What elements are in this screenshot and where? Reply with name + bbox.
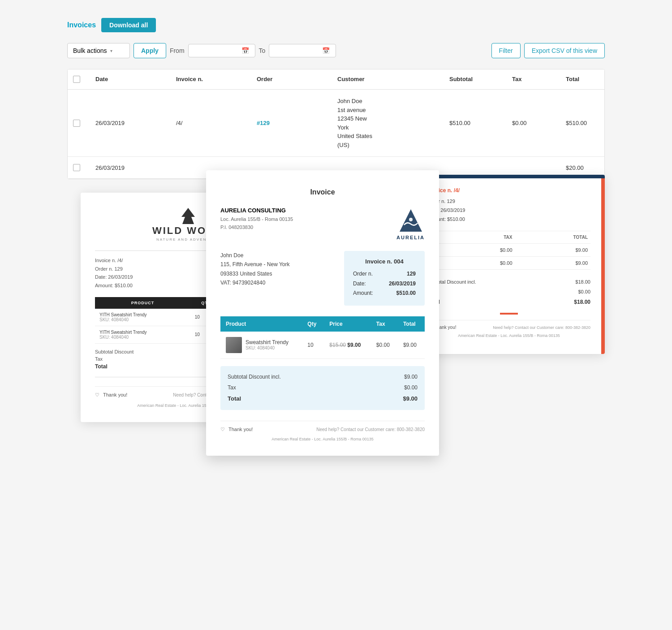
row1-invoice-n: /4/ xyxy=(171,97,251,149)
date-val: 26/03/2019 xyxy=(389,279,416,289)
right-bottom-address: American Real Estate - Loc. Aurelia 155/… xyxy=(427,333,590,345)
aurelia-col-product: Product xyxy=(220,316,302,332)
aurelia-logo: AURELIA xyxy=(396,207,425,240)
aurelia-need-help: Need help? Contact our Customer care: 80… xyxy=(316,427,425,432)
aurelia-company: AURELIA CONSULTING Loc. Aurelia 155/B - … xyxy=(220,207,293,231)
aurelia-col-price: Price xyxy=(324,316,371,332)
from-label: From xyxy=(170,47,185,54)
ww-sku2: SKU: 4084040 xyxy=(99,335,129,340)
col-total: Total xyxy=(560,76,605,83)
right-order-n: Order n. 129 xyxy=(427,197,590,206)
right-nav-bar xyxy=(417,175,605,178)
to-label: To xyxy=(259,47,266,54)
aurelia-thank-you: Thank you! xyxy=(228,427,253,432)
customer-country-code: (US) xyxy=(337,141,349,150)
invoice-card-right: Invoice n. /4/ Order n. 129 Date: 26/03/… xyxy=(417,175,605,354)
col-checkbox xyxy=(68,76,90,83)
aurelia-logo-svg xyxy=(397,207,424,234)
aurelia-product-info: Sweatshirt Trendy SKU: 4084040 xyxy=(226,337,297,353)
heart-icon-aurelia: ♡ xyxy=(220,427,225,432)
right-row1-total: $9.00 xyxy=(515,244,591,257)
row1-subtotal: $510.00 xyxy=(444,97,507,149)
row1-checkbox[interactable] xyxy=(68,97,90,149)
header-checkbox[interactable] xyxy=(73,76,80,83)
aurelia-price-new: $9.00 xyxy=(347,342,361,348)
download-all-button[interactable]: Download all xyxy=(101,18,156,32)
col-customer: Customer xyxy=(332,76,444,83)
right-row2-total: $9.00 xyxy=(515,257,591,270)
aurelia-address: Loc. Aurelia 155/B - Roma 00135 xyxy=(220,216,293,224)
aurelia-bottom-address: American Real Estate - Loc. Aurelia 155/… xyxy=(220,437,425,441)
right-col-tax: TAX xyxy=(448,231,515,244)
ww-product-name2: YITH Sweatshirt Trendy SKU: 4084040 xyxy=(95,326,190,343)
aurelia-company-name: AURELIA CONSULTING xyxy=(220,207,293,214)
apply-button[interactable]: Apply xyxy=(134,43,166,58)
right-date: Date: 26/03/2019 xyxy=(427,206,590,215)
aurelia-col-total: Total xyxy=(398,316,425,332)
aurelia-invoice-title: Invoice xyxy=(220,185,425,196)
ww-tax-label: Tax xyxy=(95,356,103,362)
right-row1-tax: $0.00 xyxy=(448,244,515,257)
row1-customer: John Doe 1st avenue 12345 New York Unite… xyxy=(332,97,444,149)
right-total-final-row: Total $18.00 xyxy=(427,297,590,307)
col-tax: Tax xyxy=(507,76,560,83)
right-row2-tax: $0.00 xyxy=(448,257,515,270)
customer-country: United States xyxy=(337,132,372,141)
right-coral-bar xyxy=(500,313,518,315)
export-csv-button[interactable]: Export CSV of this view xyxy=(524,43,605,58)
ww-total-label: Total xyxy=(95,363,108,370)
aurelia-logo-text: AURELIA xyxy=(396,235,425,240)
row1-date: 26/03/2019 xyxy=(90,97,171,149)
right-tax-row: Tax $0.00 xyxy=(427,287,590,297)
table-row: 26/03/2019 /4/ #129 John Doe 1st avenue … xyxy=(68,90,604,157)
heart-icon: ♡ xyxy=(95,392,99,398)
aurelia-tax-cell: $0.00 xyxy=(371,332,398,359)
tax-val: $0.00 xyxy=(404,382,418,393)
total-val: $9.00 xyxy=(403,393,418,405)
aurelia-invoice-box-title: Invoice n. 004 xyxy=(353,258,416,265)
row1-order[interactable]: #129 xyxy=(251,97,332,149)
right-card-body: Invoice n. /4/ Order n. 129 Date: 26/03/… xyxy=(417,178,605,354)
col-date: Date xyxy=(90,76,171,83)
filter-button[interactable]: Filter xyxy=(491,43,521,58)
filter-row: Bulk actions ▾ Apply From 📅 To 📅 Filter … xyxy=(67,43,605,58)
aurelia-product-name: Sweatshirt Trendy xyxy=(246,339,289,345)
aurelia-amount-row: Amount: $510.00 xyxy=(353,289,416,298)
aurelia-product-cell: Sweatshirt Trendy SKU: 4084040 xyxy=(220,332,302,359)
right-invoice-details: Order n. 129 Date: 26/03/2019 Amount: $5… xyxy=(427,197,590,224)
svg-point-2 xyxy=(409,218,413,221)
bill-to-vat: VAT: 94739024840 xyxy=(220,278,290,287)
to-date-field[interactable] xyxy=(274,47,319,54)
right-invoice-n: Invoice n. /4/ xyxy=(427,187,590,194)
bill-to-address: 115, Fifth Avenue - New York xyxy=(220,260,290,269)
right-product-table: TAX TOTAL $0.00 $9.00 xyxy=(427,231,590,270)
ww-product-name1: YITH Sweatshirt Trendy SKU: 4084040 xyxy=(95,309,190,326)
aurelia-order-row: Order n. 129 xyxy=(353,269,416,279)
customer-city: 12345 New xyxy=(337,114,367,123)
ww-col-product: PRODUCT xyxy=(95,297,190,309)
calendar-icon-from: 📅 xyxy=(241,47,249,54)
aurelia-col-tax: Tax xyxy=(371,316,398,332)
from-date-field[interactable] xyxy=(193,47,238,54)
row1-order-link[interactable]: #129 xyxy=(257,120,270,126)
aurelia-bill-section: John Doe 115, Fifth Avenue - New York 09… xyxy=(220,251,425,306)
right-totals-section: Subtotal Discount incl. $18.00 Tax $0.00… xyxy=(427,277,590,307)
svg-marker-0 xyxy=(181,208,195,224)
cards-area: WILD WOOD NATURE AND ADVENTURE Invoice n… xyxy=(67,170,605,484)
right-col-total: TOTAL xyxy=(515,231,591,244)
from-date-input[interactable]: 📅 xyxy=(188,44,255,57)
col-order: Order xyxy=(251,76,332,83)
row1-total: $510.00 xyxy=(560,97,605,149)
aurelia-date-row: Date: 26/03/2019 xyxy=(353,279,416,289)
customer-name: John Doe xyxy=(337,97,362,106)
to-date-input[interactable]: 📅 xyxy=(269,44,336,57)
row1-check[interactable] xyxy=(73,120,80,127)
right-footer: ♡ Thank you! Need help? Contact our Cust… xyxy=(427,320,590,330)
tax-label: Tax xyxy=(228,382,236,393)
subtotal-discount-label: Subtotal Discount incl. xyxy=(228,371,281,382)
aurelia-tax-row: Tax $0.00 xyxy=(228,382,418,393)
bulk-actions-label: Bulk actions xyxy=(73,47,107,54)
wildwood-tree-icon xyxy=(177,207,199,225)
bulk-actions-select[interactable]: Bulk actions ▾ xyxy=(67,43,130,58)
col-invoice-n: Invoice n. xyxy=(171,76,251,83)
